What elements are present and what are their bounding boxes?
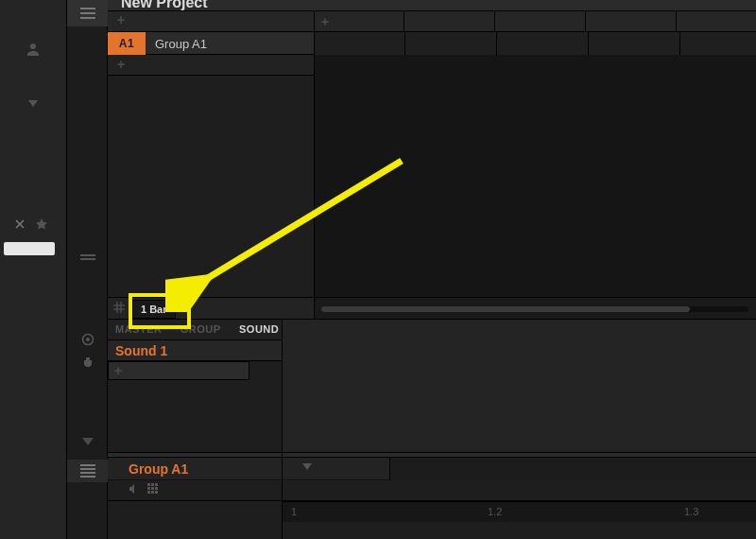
group-name[interactable]: Group A1 <box>155 37 207 51</box>
timeline-tick: 1.2 <box>488 506 502 517</box>
scene-cells: + <box>314 11 756 32</box>
browser-strip <box>66 0 108 539</box>
plugin-icon[interactable] <box>67 352 109 373</box>
arranger-area[interactable] <box>314 55 756 297</box>
group-cells <box>314 32 756 55</box>
grid-icon[interactable] <box>113 302 125 313</box>
svg-rect-17 <box>155 487 158 490</box>
divider-grab-icon[interactable] <box>67 246 109 269</box>
svg-rect-15 <box>147 487 150 490</box>
pattern-cell[interactable] <box>680 32 756 55</box>
scene-cell[interactable] <box>586 11 677 32</box>
left-toolbar <box>0 0 66 539</box>
view-list-icon[interactable] <box>67 0 109 26</box>
vertical-divider <box>314 11 315 320</box>
group-row[interactable]: A1 Group A1 <box>108 32 756 55</box>
svg-rect-3 <box>80 254 95 256</box>
svg-rect-16 <box>151 487 154 490</box>
view-rows-icon[interactable] <box>67 460 109 482</box>
pattern-group-name[interactable]: Group A1 <box>129 461 188 477</box>
add-plugin-slot[interactable]: + <box>108 361 249 380</box>
pattern-cell[interactable] <box>497 32 589 55</box>
chevron-down-icon[interactable] <box>67 433 109 452</box>
group-badge[interactable]: A1 <box>108 32 146 55</box>
control-editor-area[interactable] <box>282 320 756 452</box>
svg-rect-2 <box>80 17 95 19</box>
arranger-scrollbar <box>314 297 756 320</box>
add-group-row[interactable]: + <box>108 55 314 76</box>
svg-rect-20 <box>155 491 158 494</box>
svg-rect-14 <box>155 483 158 486</box>
svg-rect-9 <box>80 472 95 474</box>
svg-rect-19 <box>151 491 154 494</box>
pattern-length-bar: 1 Bar <box>108 297 314 320</box>
record-icon[interactable] <box>67 329 109 350</box>
tab-sound[interactable]: SOUND <box>239 320 286 335</box>
pattern-length-field[interactable]: 1 Bar <box>132 300 176 319</box>
svg-rect-1 <box>80 12 95 14</box>
pattern-cell[interactable] <box>589 32 680 55</box>
chevron-down-icon[interactable] <box>302 463 312 471</box>
timeline-tick: 1.3 <box>684 506 698 517</box>
timeline-ruler[interactable]: 1 1.2 1.3 <box>282 501 756 522</box>
svg-rect-4 <box>80 258 95 260</box>
tab-group[interactable]: GROUP <box>180 320 229 335</box>
dropdown-icon[interactable] <box>0 89 66 119</box>
svg-point-6 <box>86 338 90 341</box>
close-icon[interactable] <box>15 219 25 229</box>
star-icon[interactable] <box>36 218 47 230</box>
pads-icon[interactable] <box>147 483 159 495</box>
svg-rect-7 <box>80 464 95 466</box>
pattern-cell[interactable] <box>405 32 497 55</box>
scene-cell-1[interactable]: + <box>314 11 404 32</box>
add-pattern-icon[interactable]: + <box>321 14 329 29</box>
scene-cell[interactable] <box>495 11 586 32</box>
tag-chip[interactable] <box>4 242 55 255</box>
svg-rect-0 <box>80 8 95 9</box>
svg-rect-18 <box>147 491 150 494</box>
timeline-tick: 1 <box>291 506 297 517</box>
svg-rect-8 <box>80 468 95 470</box>
svg-rect-12 <box>147 483 150 486</box>
plus-icon: + <box>114 363 122 378</box>
add-scene-button[interactable]: + <box>117 12 125 27</box>
user-icon[interactable] <box>0 34 66 64</box>
scene-cell[interactable] <box>677 11 756 32</box>
svg-rect-10 <box>80 476 95 478</box>
vertical-divider <box>282 320 283 539</box>
svg-rect-13 <box>151 483 154 486</box>
scene-row: + + <box>108 11 756 32</box>
pattern-editor-right <box>389 458 756 480</box>
speaker-icon[interactable] <box>129 483 140 495</box>
pattern-editor-controls <box>108 480 756 501</box>
plus-icon: + <box>117 57 125 72</box>
sound-name[interactable]: Sound 1 <box>115 343 167 358</box>
scene-cell[interactable] <box>404 11 495 32</box>
scroll-thumb[interactable] <box>321 306 690 312</box>
tab-master[interactable]: MASTER <box>115 320 169 335</box>
scene-header-area: + <box>108 11 314 32</box>
pattern-cell[interactable] <box>314 32 405 55</box>
project-title: New Project <box>121 0 208 11</box>
pattern-editor-header: Group A1 <box>108 458 756 480</box>
